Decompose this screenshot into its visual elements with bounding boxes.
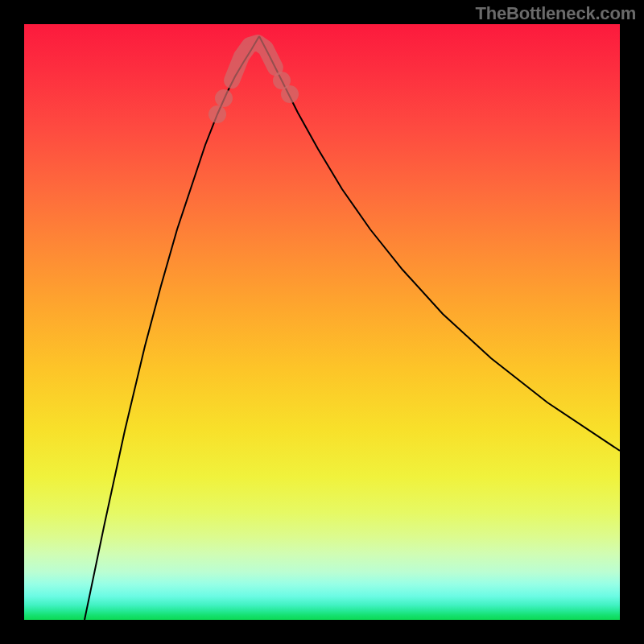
data-marker [281, 85, 299, 103]
chart-frame: TheBottleneck.com [0, 0, 644, 644]
plot-area [24, 24, 620, 620]
curve-layer [24, 24, 620, 620]
watermark-text: TheBottleneck.com [475, 3, 636, 24]
data-markers [208, 72, 299, 123]
data-marker [215, 89, 233, 107]
data-marker [208, 105, 226, 123]
right-curve [259, 36, 620, 451]
marker-path-bottom [232, 43, 275, 80]
left-curve [85, 36, 259, 620]
